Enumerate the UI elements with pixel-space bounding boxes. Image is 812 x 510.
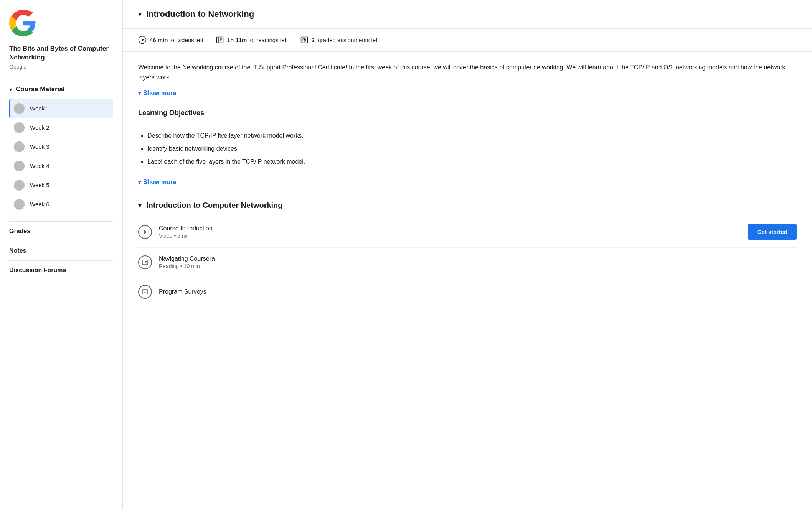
week-dot [14,199,25,210]
sidebar-item-notes[interactable]: Notes [9,241,113,260]
svg-rect-15 [142,290,148,294]
svg-rect-2 [216,37,223,43]
section-title: Introduction to Networking [146,9,254,19]
course-intro-name: Course Introduction [159,225,741,232]
get-started-button[interactable]: Get started [748,224,797,240]
learning-objectives-block: Learning Objectives Describe how the TCP… [123,101,812,174]
logo-area [0,9,122,44]
readings-meta: 1h 11m of readings left [216,36,288,44]
assignments-suffix: graded assignments left [318,37,379,43]
section-chevron-icon: ▾ [138,10,142,18]
readings-suffix: of readings left [250,37,287,43]
svg-marker-1 [142,39,144,41]
reading-icon [216,36,224,44]
navigating-coursera-name: Navigating Coursera [159,255,797,262]
course-provider: Google [9,64,113,70]
sidebar-item-week5[interactable]: Week 5 [9,176,113,194]
week-label: Week 5 [30,182,50,188]
week-dot [14,103,25,114]
videos-suffix: of videos left [171,37,203,43]
reading-icon-circle [138,255,152,269]
section-header[interactable]: ▾ Introduction to Networking [123,0,812,29]
sub-section-chevron-icon: ▾ [138,201,142,210]
sidebar-item-week4[interactable]: Week 4 [9,157,113,175]
show-more-chevron-icon-1: ▾ [138,90,141,96]
show-more-label-1: Show more [143,90,176,97]
course-intro-info: Course Introduction Video • 5 min [159,225,741,239]
sidebar-item-grades[interactable]: Grades [9,221,113,241]
sub-section-title: Introduction to Computer Networking [146,201,283,210]
assignments-count-bold: 2 [312,37,315,43]
week-label: Week 1 [30,105,50,112]
play-icon-circle [138,225,152,239]
play-circle-icon [138,36,147,44]
navigating-coursera-info: Navigating Coursera Reading • 10 min [159,255,797,269]
sidebar-nav: Grades Notes Discussion Forums [0,214,122,280]
section-meta: 46 min of videos left 1h 11m of readings… [123,29,812,52]
sidebar-item-week6[interactable]: Week 6 [9,195,113,214]
lo-divider [138,123,797,123]
description-block: Welcome to the Networking course of the … [123,52,812,85]
videos-meta: 46 min of videos left [138,36,203,44]
program-surveys-partial: Program Surveys [123,277,812,299]
show-more-button-2[interactable]: ▾ Show more [123,174,191,190]
week-list: Week 1 Week 2 Week 3 Week 4 Week 5 Week … [9,99,113,214]
sidebar-item-week3[interactable]: Week 3 [9,138,113,156]
sidebar-item-week1[interactable]: Week 1 [9,99,113,118]
course-item-navigating: Navigating Coursera Reading • 10 min [138,248,797,277]
sub-section-header[interactable]: ▾ Introduction to Computer Networking [123,190,812,210]
week-label: Week 6 [30,201,50,207]
week-label: Week 3 [30,143,50,150]
lo-item-1: Describe how the TCP/IP five layer netwo… [147,131,797,140]
sidebar: The Bits and Bytes of Computer Networkin… [0,0,123,510]
course-material-label: Course Material [16,86,65,93]
course-item-intro: Course Introduction Video • 5 min Get st… [138,216,797,248]
svg-point-9 [304,39,305,41]
course-material-header[interactable]: ▾ Course Material [9,86,113,93]
week-dot [14,141,25,152]
program-surveys-name: Program Surveys [159,288,206,295]
week-dot [14,161,25,171]
survey-icon-circle [138,285,152,299]
week-dot [14,180,25,191]
lo-item-2: Identify basic networking devices. [147,144,797,153]
description-text: Welcome to the Networking course of the … [138,63,797,82]
sidebar-divider [0,79,122,79]
course-items: Course Introduction Video • 5 min Get st… [123,216,812,277]
readings-time-bold: 1h 11m [227,37,247,43]
assignments-meta: 2 graded assignments left [300,36,379,44]
main-content: ▾ Introduction to Networking 46 min of v… [123,0,812,510]
week-label: Week 4 [30,163,50,169]
show-more-button-1[interactable]: ▾ Show more [123,85,191,101]
sidebar-item-discussion-forums[interactable]: Discussion Forums [9,260,113,280]
course-intro-meta: Video • 5 min [159,233,741,239]
course-title: The Bits and Bytes of Computer Networkin… [9,44,113,62]
chevron-down-icon: ▾ [9,86,12,92]
google-logo [9,9,37,37]
learning-objectives-title: Learning Objectives [138,109,797,117]
videos-time-bold: 46 min [150,37,168,43]
sidebar-item-week2[interactable]: Week 2 [9,118,113,137]
week-label: Week 2 [30,124,50,131]
lo-item-3: Label each of the five layers in the TCP… [147,157,797,166]
course-info: The Bits and Bytes of Computer Networkin… [0,44,122,79]
lo-list: Describe how the TCP/IP five layer netwo… [138,131,797,166]
svg-marker-10 [144,230,147,234]
course-material-section: ▾ Course Material Week 1 Week 2 Week 3 W… [0,86,122,214]
navigating-coursera-meta: Reading • 10 min [159,263,797,269]
week-dot [14,122,25,133]
show-more-chevron-icon-2: ▾ [138,179,141,185]
show-more-label-2: Show more [143,179,176,186]
assignment-icon [300,36,309,44]
